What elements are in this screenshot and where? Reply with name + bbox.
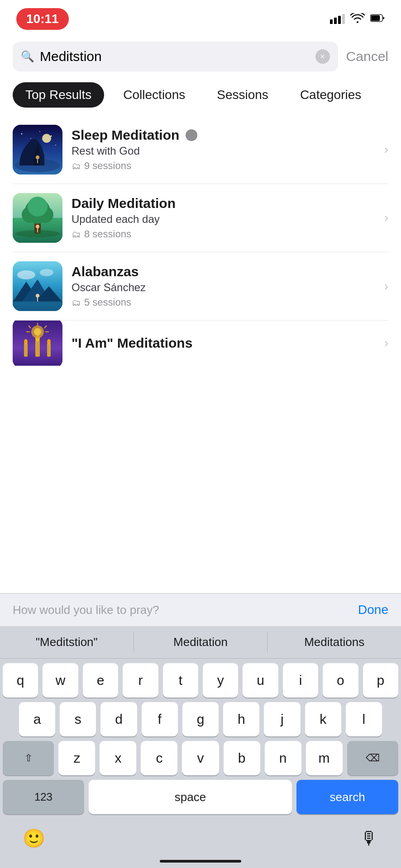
svg-point-3: [21, 133, 23, 135]
svg-point-10: [42, 134, 51, 143]
key-d[interactable]: d: [100, 702, 137, 736]
key-f[interactable]: f: [142, 702, 178, 736]
svg-point-22: [40, 269, 53, 276]
autocorrect-bar: "Meditstion" Meditation Meditations: [0, 626, 401, 659]
key-h[interactable]: h: [223, 702, 259, 736]
key-row-4: 123 space search: [3, 780, 398, 814]
search-key[interactable]: search: [296, 780, 398, 814]
autocorrect-meditations[interactable]: Meditations: [267, 632, 401, 653]
svg-rect-31: [47, 343, 51, 357]
key-g[interactable]: g: [182, 702, 219, 736]
key-row-2: a s d f g h j k l: [3, 702, 398, 736]
key-a[interactable]: a: [19, 702, 55, 736]
key-z[interactable]: z: [58, 741, 95, 775]
tab-sessions[interactable]: Sessions: [204, 82, 281, 108]
chevron-icon-sleep: ›: [384, 142, 388, 157]
result-title-daily: Daily Meditation: [72, 196, 176, 211]
result-subtitle-alabanzas: Oscar Sánchez: [72, 281, 375, 294]
svg-point-21: [17, 270, 35, 279]
search-input[interactable]: Meditstion: [40, 49, 310, 64]
result-item-sleep-meditation[interactable]: Sleep Meditation Rest with God 🗂 9 sessi…: [13, 116, 388, 184]
tab-top-results[interactable]: Top Results: [13, 82, 104, 108]
chevron-icon-alabanzas: ›: [384, 279, 388, 293]
key-i[interactable]: i: [283, 663, 318, 698]
key-row-1: q w e r t y u i o p: [3, 663, 398, 698]
tab-categories[interactable]: Categories: [287, 82, 374, 108]
shift-key[interactable]: ⇧: [3, 741, 54, 775]
status-time: 10:11: [16, 8, 69, 30]
svg-rect-1: [371, 15, 380, 21]
key-l[interactable]: l: [346, 702, 382, 736]
mic-icon[interactable]: 🎙: [360, 828, 378, 849]
toolbar-placeholder: How would you like to pray?: [13, 603, 159, 617]
svg-point-27: [36, 294, 39, 297]
key-r[interactable]: r: [123, 663, 158, 698]
home-indicator: [0, 857, 401, 868]
key-q[interactable]: q: [3, 663, 38, 698]
key-y[interactable]: y: [203, 663, 238, 698]
status-bar: 10:11: [0, 0, 401, 34]
svg-point-34: [47, 339, 51, 344]
results-list: Sleep Meditation Rest with God 🗂 9 sessi…: [0, 116, 401, 366]
sessions-icon-daily: 🗂: [72, 229, 81, 240]
result-thumb-alabanzas: [13, 261, 62, 311]
key-p[interactable]: p: [363, 663, 398, 698]
done-button[interactable]: Done: [358, 603, 388, 617]
status-icons: [330, 13, 385, 25]
tab-collections[interactable]: Collections: [110, 82, 198, 108]
cancel-button[interactable]: Cancel: [346, 49, 388, 64]
keyboard-area: How would you like to pray? Done "Medits…: [0, 593, 401, 868]
result-title-sleep: Sleep Meditation: [72, 127, 179, 143]
result-info-alabanzas: Alabanzas Oscar Sánchez 🗂 5 sessions: [72, 264, 375, 308]
result-thumb-iam: [13, 321, 62, 366]
svg-point-19: [36, 225, 39, 228]
key-b[interactable]: b: [224, 741, 260, 775]
svg-point-17: [28, 197, 48, 217]
search-input-wrapper[interactable]: 🔍 Meditstion ×: [13, 42, 338, 71]
wifi-icon: [350, 13, 365, 25]
key-j[interactable]: j: [264, 702, 300, 736]
svg-point-36: [34, 328, 41, 335]
key-n[interactable]: n: [265, 741, 301, 775]
key-o[interactable]: o: [323, 663, 358, 698]
key-k[interactable]: k: [305, 702, 341, 736]
result-thumb-daily: [13, 193, 62, 243]
key-w[interactable]: w: [43, 663, 78, 698]
result-info-iam: "I Am" Meditations: [72, 335, 375, 351]
backspace-key[interactable]: ⌫: [347, 741, 398, 775]
emoji-icon[interactable]: 🙂: [23, 828, 45, 849]
chevron-icon-daily: ›: [384, 211, 388, 225]
result-item-daily-meditation[interactable]: Daily Meditation Updated each day 🗂 8 se…: [13, 184, 388, 252]
numbers-key[interactable]: 123: [3, 780, 84, 814]
result-info-sleep: Sleep Meditation Rest with God 🗂 9 sessi…: [72, 127, 375, 172]
input-toolbar: How would you like to pray? Done: [0, 593, 401, 626]
key-u[interactable]: u: [243, 663, 278, 698]
result-info-daily: Daily Meditation Updated each day 🗂 8 se…: [72, 196, 375, 240]
result-title-alabanzas: Alabanzas: [72, 264, 138, 279]
key-v[interactable]: v: [182, 741, 219, 775]
bottom-bar: 🙂 🎙: [0, 821, 401, 857]
clear-button[interactable]: ×: [315, 49, 330, 64]
result-item-alabanzas[interactable]: Alabanzas Oscar Sánchez 🗂 5 sessions ›: [13, 252, 388, 321]
key-c[interactable]: c: [141, 741, 177, 775]
search-icon: 🔍: [21, 50, 34, 63]
result-item-iam[interactable]: "I Am" Meditations ›: [13, 321, 388, 366]
result-thumb-sleep: [13, 125, 62, 175]
key-m[interactable]: m: [306, 741, 343, 775]
svg-point-9: [36, 156, 39, 159]
svg-rect-29: [24, 343, 28, 357]
filter-tabs: Top Results Collections Sessions Categor…: [0, 79, 401, 116]
result-sessions-sleep: 🗂 9 sessions: [72, 160, 375, 172]
space-key[interactable]: space: [89, 780, 292, 814]
key-x[interactable]: x: [100, 741, 136, 775]
key-s[interactable]: s: [60, 702, 96, 736]
autocorrect-quoted[interactable]: "Meditstion": [0, 632, 134, 653]
key-e[interactable]: e: [83, 663, 118, 698]
sessions-icon-alabanzas: 🗂: [72, 297, 81, 308]
result-subtitle-sleep: Rest with God: [72, 145, 375, 157]
autocorrect-meditation[interactable]: Meditation: [134, 632, 268, 653]
home-bar: [160, 860, 241, 863]
keyboard-rows: q w e r t y u i o p a s d f g h j k l ⇧ …: [0, 659, 401, 821]
key-t[interactable]: t: [163, 663, 198, 698]
svg-point-7: [55, 145, 56, 146]
